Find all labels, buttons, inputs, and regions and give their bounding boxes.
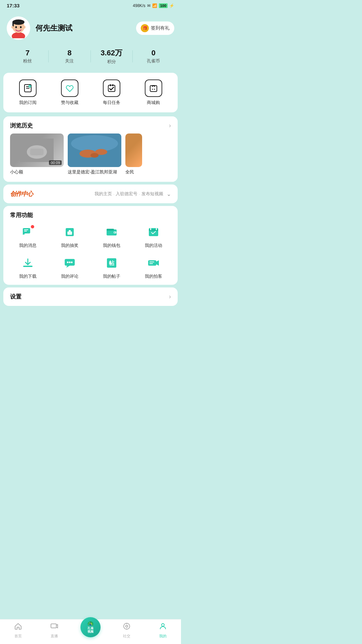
svg-text:帖: 帖	[109, 260, 115, 266]
action-daily-task[interactable]: 每日任务	[90, 79, 132, 106]
func-comments[interactable]: 我的评论	[49, 255, 90, 279]
checkin-label: 签到有礼	[151, 25, 170, 31]
svg-point-45	[69, 262, 70, 263]
comments-label: 我的评论	[61, 273, 78, 279]
history-thumb-2	[68, 133, 121, 167]
creator-link-3[interactable]: 发布短视频	[141, 191, 163, 197]
charging-icon: ⚡	[169, 3, 174, 8]
history-item-1[interactable]: 00:09 小心额	[10, 133, 64, 175]
common-functions: 常用功能 我的消息	[3, 206, 178, 285]
svg-point-6	[11, 26, 13, 29]
history-thumb-1: 00:09	[10, 133, 64, 167]
svg-point-2	[12, 19, 24, 25]
creator-links: 我的主页 · 入驻德宏号 · 发布短视频 ⌄	[95, 191, 171, 197]
vlogger-icon	[146, 255, 161, 271]
svg-point-7	[23, 26, 25, 29]
func-lottery[interactable]: 我的抽奖	[49, 224, 90, 249]
functions-grid: 我的消息 我的抽奖	[7, 224, 174, 279]
settings-title: 设置	[10, 293, 21, 301]
svg-rect-42	[23, 266, 33, 267]
stat-fans[interactable]: 7 粉丝	[7, 49, 48, 64]
shop-label: 商城购	[147, 100, 160, 106]
svg-text:+: +	[29, 85, 31, 88]
following-number: 8	[49, 49, 90, 57]
creator-sep-1: ·	[113, 192, 115, 197]
activities-label: 我的活动	[145, 243, 162, 249]
svg-point-18	[154, 89, 155, 90]
action-subscription[interactable]: + 我的订阅	[7, 79, 49, 106]
action-shop[interactable]: 商城购	[132, 79, 174, 106]
creator-logo: 创作中心	[10, 190, 33, 198]
creator-center[interactable]: 创作中心 我的主页 · 入驻德宏号 · 发布短视频 ⌄	[3, 184, 178, 203]
subscription-icon-box: +	[19, 79, 37, 97]
status-time: 17:33	[7, 3, 19, 8]
history-header: 浏览历史 ›	[3, 116, 178, 133]
battery-icon: 100	[159, 3, 168, 8]
profile-top: 何先生测试 🎁 签到有礼	[7, 16, 174, 40]
network-speed: 498K/s	[133, 3, 145, 8]
shop-icon-box	[145, 79, 162, 97]
checkin-icon: 🎁	[141, 24, 149, 32]
stat-following[interactable]: 8 关注	[49, 49, 90, 64]
svg-point-17	[152, 89, 153, 90]
profile-left: 何先生测试	[7, 16, 72, 40]
avatar[interactable]	[7, 16, 30, 40]
func-downloads[interactable]: 我的下载	[7, 255, 49, 279]
quick-actions-card: + 我的订阅 赞与收藏 每日任务	[3, 73, 178, 112]
svg-point-37	[114, 232, 115, 233]
lottery-icon	[62, 224, 77, 240]
creator-link-2[interactable]: 入驻德宏号	[116, 191, 137, 197]
svg-rect-41	[156, 228, 157, 230]
coins-number: 0	[133, 49, 174, 57]
daily-task-icon-box	[103, 79, 120, 97]
svg-rect-14	[110, 84, 111, 86]
history-item-3[interactable]: 全民	[125, 133, 142, 175]
posts-icon: 帖	[104, 255, 119, 271]
posts-label: 我的帖子	[103, 273, 120, 279]
svg-rect-32	[67, 231, 72, 235]
history-title: 浏览历史	[10, 122, 33, 129]
wifi-icon: 📶	[152, 3, 157, 8]
downloads-icon	[20, 255, 36, 271]
history-scroll: 00:09 小心额 这里是德宏-盈江凯邦亚湖	[3, 133, 178, 182]
stat-points[interactable]: 3.62万 积分	[91, 48, 132, 65]
messages-icon	[20, 224, 36, 240]
subscription-label: 我的订阅	[19, 100, 37, 106]
func-activities[interactable]: 我的活动	[132, 224, 174, 249]
comments-icon	[62, 255, 77, 271]
daily-task-label: 每日任务	[103, 100, 120, 106]
points-number: 3.62万	[91, 48, 132, 58]
downloads-label: 我的下载	[19, 273, 37, 279]
creator-expand-icon[interactable]: ⌄	[167, 191, 171, 197]
wallet-icon	[104, 224, 119, 240]
coins-label: 孔雀币	[133, 58, 174, 64]
history-arrow[interactable]: ›	[169, 122, 171, 129]
vlogger-label: 我的拍客	[145, 273, 162, 279]
username: 何先生测试	[36, 23, 72, 33]
svg-point-44	[67, 262, 68, 263]
fans-label: 粉丝	[7, 58, 48, 64]
svg-rect-33	[69, 230, 71, 231]
history-item-2[interactable]: 这里是德宏-盈江凯邦亚湖	[68, 133, 121, 175]
status-bar: 17:33 498K/s ✉ 📶 100 ⚡	[0, 0, 181, 10]
status-right: 498K/s ✉ 📶 100 ⚡	[133, 3, 174, 8]
svg-rect-35	[107, 229, 114, 231]
history-title-2: 这里是德宏-盈江凯邦亚湖	[68, 169, 117, 174]
points-label: 积分	[91, 59, 132, 65]
history-title-3: 全民	[125, 169, 134, 174]
history-title-1: 小心额	[10, 169, 23, 174]
stat-coins[interactable]: 0 孔雀币	[133, 49, 174, 64]
thumb-video3-bg	[125, 133, 142, 167]
func-wallet[interactable]: 我的钱包	[90, 224, 132, 249]
settings-arrow[interactable]: ›	[169, 293, 171, 300]
func-vlogger[interactable]: 我的拍客	[132, 255, 174, 279]
likes-label: 赞与收藏	[61, 100, 78, 106]
svg-rect-22	[30, 149, 44, 155]
func-messages[interactable]: 我的消息	[7, 224, 49, 249]
checkin-button[interactable]: 🎁 签到有礼	[136, 21, 174, 35]
action-likes[interactable]: 赞与收藏	[49, 79, 90, 106]
creator-link-1[interactable]: 我的主页	[95, 191, 112, 197]
creator-sep-2: ·	[139, 192, 140, 197]
func-posts[interactable]: 帖 我的帖子	[90, 255, 132, 279]
settings-section[interactable]: 设置 ›	[3, 287, 178, 306]
